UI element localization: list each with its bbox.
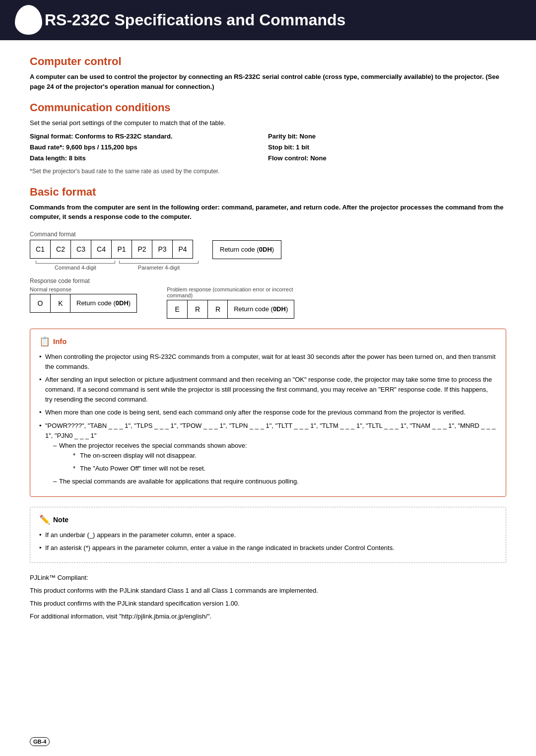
info-item-3: When more than one code is being sent, s… <box>39 408 497 417</box>
cmd-box-c1: C1 <box>30 240 51 259</box>
normal-return-code: Return code (0DH) <box>70 294 137 313</box>
sublabels: Command 4-digit Parameter 4-digit <box>34 261 506 271</box>
note-title: ✏️ Note <box>39 514 497 525</box>
normal-response-boxes: O K Return code (0DH) <box>30 294 137 313</box>
normal-return-bold: 0DH <box>116 299 129 307</box>
problem-response-group: Problem response (communication error or… <box>167 286 316 319</box>
info-title: 📋 Info <box>39 336 497 347</box>
note-item-2: If an asterisk (*) appears in the parame… <box>39 543 497 553</box>
pjlink-line-3: For additional information, visit "http:… <box>30 612 506 621</box>
page-header: RS-232C Specifications and Commands <box>0 0 536 40</box>
command-format-diagram: Command format C1 C2 C3 C4 P1 P2 P3 P4 R… <box>30 231 506 271</box>
response-row: Normal response O K Return code (0DH) Pr… <box>30 286 506 319</box>
note-item-1: If an underbar (_) appears in the parame… <box>39 530 497 540</box>
response-code-label: Response code format <box>30 277 506 284</box>
communication-intro: Set the serial port settings of the comp… <box>30 118 506 128</box>
info-item-1: When controlling the projector using RS-… <box>39 352 497 372</box>
return-code-bold: 0DH <box>259 246 272 253</box>
info-item-2: After sending an input selection or pict… <box>39 375 497 405</box>
info-star-item-1: The on-screen display will not disappear… <box>73 451 497 461</box>
comm-setting-1-left: Signal format: Conforms to RS-232C stand… <box>30 131 268 142</box>
basic-format-description: Commands from the computer are sent in t… <box>30 203 506 222</box>
page-title: RS-232C Specifications and Commands <box>45 11 345 29</box>
comm-footnote: *Set the projector's baud rate to the sa… <box>30 167 506 176</box>
page: RS-232C Specifications and Commands Comp… <box>0 0 536 756</box>
computer-control-title: Computer control <box>30 55 506 68</box>
cmd-box-p2: P2 <box>132 240 152 259</box>
basic-format-section: Basic format Commands from the computer … <box>30 186 506 319</box>
info-sub-final: The special commands are available for a… <box>53 477 497 486</box>
pjlink-label: PJLink™ Compliant: <box>30 573 506 583</box>
brace-cmd <box>36 261 115 264</box>
command-format-row: C1 C2 C3 C4 P1 P2 P3 P4 Return code (0DH… <box>30 240 506 260</box>
normal-response-label: Normal response <box>30 286 137 292</box>
communication-conditions-title: Communication conditions <box>30 101 506 114</box>
note-icon: ✏️ <box>39 514 50 525</box>
pjlink-line-1: This product conforms with the PJLink st… <box>30 586 506 596</box>
info-sub-item-1: When the projector receives the special … <box>53 441 497 474</box>
command-boxes: C1 C2 C3 C4 P1 P2 P3 P4 <box>30 240 193 259</box>
cmd-box-c4: C4 <box>91 240 112 259</box>
info-item-4: "POWR????", "TABN _ _ _ 1", "TLPS _ _ _ … <box>39 421 497 487</box>
return-code-box: Return code (0DH) <box>212 240 281 259</box>
communication-settings-table: Signal format: Conforms to RS-232C stand… <box>30 131 506 164</box>
comm-setting-2-left: Baud rate*: 9,600 bps / 115,200 bps <box>30 142 268 153</box>
info-sub-list: When the projector receives the special … <box>45 441 497 487</box>
sublabel-cmd: Command 4-digit <box>55 265 96 271</box>
resp-box-k: K <box>50 294 71 313</box>
cmd-box-p3: P3 <box>152 240 173 259</box>
resp-box-r1: R <box>187 300 208 319</box>
info-box: 📋 Info When controlling the projector us… <box>30 329 506 497</box>
pjlink-line-2: This product confirms with the PJLink st… <box>30 599 506 609</box>
comm-setting-1-right: Parity bit: None <box>268 131 506 142</box>
problem-response-boxes: E R R Return code (0DH) <box>167 300 316 319</box>
info-list: When controlling the projector using RS-… <box>39 352 497 487</box>
pjlink-section: PJLink™ Compliant: This product conforms… <box>30 573 506 622</box>
cmd-box-p1: P1 <box>111 240 132 259</box>
problem-response-label: Problem response (communication error or… <box>167 286 316 298</box>
comm-setting-3-left: Data length: 8 bits <box>30 153 268 164</box>
comm-setting-2-right: Stop bit: 1 bit <box>268 142 506 153</box>
resp-box-o: O <box>30 294 51 313</box>
note-list: If an underbar (_) appears in the parame… <box>39 530 497 552</box>
brace-param <box>119 261 199 264</box>
info-star-list: The on-screen display will not disappear… <box>59 451 497 474</box>
computer-control-section: Computer control A computer can be used … <box>30 55 506 91</box>
note-box: ✏️ Note If an underbar (_) appears in th… <box>30 507 506 562</box>
sublabel-param: Parameter 4-digit <box>138 265 180 271</box>
command-format-label: Command format <box>30 231 506 238</box>
resp-box-r2: R <box>207 300 228 319</box>
comm-setting-3-right: Flow control: None <box>268 153 506 164</box>
cmd-box-c3: C3 <box>70 240 91 259</box>
resp-box-e: E <box>167 300 188 319</box>
normal-response-group: Normal response O K Return code (0DH) <box>30 286 137 313</box>
cmd-box-c2: C2 <box>50 240 71 259</box>
computer-control-description: A computer can be used to control the pr… <box>30 72 506 91</box>
info-icon: 📋 <box>39 336 50 347</box>
basic-format-title: Basic format <box>30 186 506 199</box>
cmd-box-p4: P4 <box>172 240 193 259</box>
page-number: GB-4 <box>30 737 50 746</box>
sublabel-param-area: Parameter 4-digit <box>117 261 201 271</box>
info-star-item-2: The "Auto Power Off" timer will not be r… <box>73 464 497 474</box>
sublabel-cmd-area: Command 4-digit <box>34 261 117 271</box>
problem-return-bold: 0DH <box>273 305 286 313</box>
problem-return-code: Return code (0DH) <box>227 300 294 319</box>
response-code-section: Response code format Normal response O K… <box>30 277 506 319</box>
communication-conditions-section: Communication conditions Set the serial … <box>30 101 506 176</box>
